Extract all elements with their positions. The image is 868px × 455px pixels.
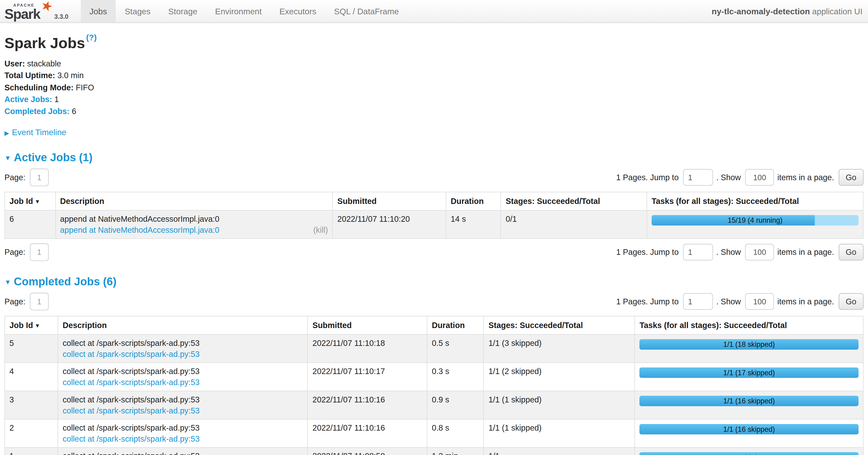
help-link[interactable]: (?) <box>86 33 97 42</box>
summary-uptime: Total Uptime: 3.0 min <box>4 71 864 81</box>
col-description[interactable]: Description <box>58 316 308 334</box>
col-tasks[interactable]: Tasks (for all stages): Succeeded/Total <box>635 316 863 334</box>
items-text: items in a page. <box>777 173 834 182</box>
show-text: . Show <box>716 173 741 182</box>
job-detail-link[interactable]: collect at /spark-scripts/spark-ad.py:53 <box>63 434 303 443</box>
job-tasks: 1/1 (18 skipped) <box>635 334 863 363</box>
job-detail-link[interactable]: collect at /spark-scripts/spark-ad.py:53 <box>63 406 303 415</box>
completed-jobs-table: Job Id▼ Description Submitted Duration S… <box>4 316 864 455</box>
expanded-arrow-icon: ▼ <box>4 278 11 286</box>
col-duration[interactable]: Duration <box>446 192 501 210</box>
tab-sql-dataframe[interactable]: SQL / DataFrame <box>325 0 408 22</box>
summary-active-jobs: Active Jobs: 1 <box>4 95 864 105</box>
active-pagination-bottom: Page: 1 Pages. Jump to . Show items in a… <box>4 243 864 261</box>
job-description: collect at /spark-scripts/spark-ad.py:53… <box>58 419 308 447</box>
page-number-input[interactable] <box>30 243 49 261</box>
job-stages: 1/1 <box>484 448 635 455</box>
jump-to-input[interactable] <box>683 169 713 186</box>
kill-link[interactable]: (kill) <box>313 226 328 234</box>
page-number-input[interactable] <box>30 169 49 186</box>
job-detail-link[interactable]: (kill)append at NativeMethodAccessorImpl… <box>60 226 328 234</box>
table-header-row: Job Id▼ Description Submitted Duration S… <box>5 316 863 334</box>
spark-ui-page: APACHE Spark ★ 3.3.0 Jobs Stages Storage… <box>0 0 868 455</box>
job-submitted: 2022/11/07 11:10:17 <box>308 363 427 391</box>
job-description: collect at /spark-scripts/spark-ad.py:53… <box>58 391 308 419</box>
items-per-page-input[interactable] <box>745 293 774 310</box>
job-submitted: 2022/11/07 11:10:18 <box>308 334 427 363</box>
col-submitted[interactable]: Submitted <box>308 316 427 334</box>
active-jobs-section-header[interactable]: ▼Active Jobs (1) <box>4 151 864 164</box>
tab-environment[interactable]: Environment <box>206 0 271 22</box>
page-label: Page: <box>4 173 26 182</box>
job-duration: 0.5 s <box>427 334 484 363</box>
job-description: append at NativeMethodAccessorImpl.java:… <box>55 210 333 238</box>
job-stages: 1/1 (3 skipped) <box>484 334 635 363</box>
job-submitted: 2022/11/07 11:08:58 <box>308 448 427 455</box>
col-stages[interactable]: Stages: Succeeded/Total <box>501 192 647 210</box>
collapsed-arrow-icon: ▶ <box>4 130 9 136</box>
col-job-id[interactable]: Job Id▼ <box>5 192 55 210</box>
job-tasks: 1/1 (17 skipped) <box>635 363 863 391</box>
go-button[interactable]: Go <box>838 169 864 186</box>
items-per-page-input[interactable] <box>745 169 774 186</box>
col-duration[interactable]: Duration <box>427 316 484 334</box>
main-content: Spark Jobs(?) User: stackable Total Upti… <box>4 33 864 455</box>
job-submitted: 2022/11/07 11:10:16 <box>308 391 427 419</box>
page-title: Spark Jobs(?) <box>4 33 864 52</box>
summary-user: User: stackable <box>4 59 864 69</box>
job-id: 6 <box>5 210 55 238</box>
tasks-progress-bar: 1/1 (17 skipped) <box>640 367 859 378</box>
items-per-page-input[interactable] <box>745 244 774 260</box>
tab-executors[interactable]: Executors <box>271 0 325 22</box>
completed-jobs-section-header[interactable]: ▼Completed Jobs (6) <box>4 276 864 288</box>
job-description: collect at /spark-scripts/spark-ad.py:53… <box>58 334 308 363</box>
completed-job-row-1: 1 collect at /spark-scripts/spark-ad.py:… <box>5 448 863 455</box>
completed-jobs-link[interactable]: Completed Jobs: <box>4 107 70 116</box>
job-submitted: 2022/11/07 11:10:16 <box>308 419 427 447</box>
tab-jobs[interactable]: Jobs <box>81 0 116 22</box>
completed-pagination-top: Page: 1 Pages. Jump to . Show items in a… <box>4 293 864 310</box>
jump-to-input[interactable] <box>683 244 713 260</box>
job-duration: 0.3 s <box>427 363 484 391</box>
summary-completed-jobs: Completed Jobs: 6 <box>4 107 864 116</box>
col-description[interactable]: Description <box>55 192 333 210</box>
page-number-input[interactable] <box>30 293 49 310</box>
spark-logo: APACHE Spark ★ 3.3.0 <box>4 0 68 22</box>
col-submitted[interactable]: Submitted <box>333 192 446 210</box>
tasks-progress-bar: 15/19 (4 running) <box>652 215 859 226</box>
job-submitted: 2022/11/07 11:10:20 <box>333 210 446 238</box>
spark-version: 3.3.0 <box>54 13 68 21</box>
tasks-progress-bar: 1/1 (16 skipped) <box>640 396 859 406</box>
job-stages: 1/1 (1 skipped) <box>484 419 635 447</box>
nav-tabs: Jobs Stages Storage Environment Executor… <box>81 0 408 22</box>
job-stages: 0/1 <box>501 210 647 238</box>
col-stages[interactable]: Stages: Succeeded/Total <box>484 316 635 334</box>
job-stages: 1/1 (2 skipped) <box>484 363 635 391</box>
tasks-progress-bar: 1/1 (18 skipped) <box>640 339 859 350</box>
job-id: 4 <box>5 363 58 391</box>
jump-to-input[interactable] <box>683 293 713 310</box>
event-timeline-toggle[interactable]: ▶Event Timeline <box>4 127 864 137</box>
job-id: 3 <box>5 391 58 419</box>
tasks-progress-bar: 16/16 <box>640 452 859 455</box>
active-jobs-link[interactable]: Active Jobs: <box>4 95 52 104</box>
completed-job-row-4: 4 collect at /spark-scripts/spark-ad.py:… <box>5 363 863 391</box>
job-detail-link[interactable]: collect at /spark-scripts/spark-ad.py:53 <box>63 350 303 359</box>
col-tasks[interactable]: Tasks (for all stages): Succeeded/Total <box>647 192 863 210</box>
col-job-id[interactable]: Job Id▼ <box>5 316 58 334</box>
job-summary: User: stackable Total Uptime: 3.0 min Sc… <box>4 59 864 116</box>
expanded-arrow-icon: ▼ <box>4 154 11 162</box>
summary-scheduling-mode: Scheduling Mode: FIFO <box>4 83 864 93</box>
application-name: ny-tlc-anomaly-detection <box>712 6 810 16</box>
job-duration: 0.8 s <box>427 419 484 447</box>
job-description: collect at /spark-scripts/spark-ad.py:53… <box>58 448 308 455</box>
job-tasks: 1/1 (16 skipped) <box>635 391 863 419</box>
go-button[interactable]: Go <box>838 244 864 260</box>
completed-job-row-3: 3 collect at /spark-scripts/spark-ad.py:… <box>5 391 863 419</box>
tasks-progress-bar: 1/1 (16 skipped) <box>640 424 859 434</box>
tab-stages[interactable]: Stages <box>116 0 159 22</box>
active-pagination-top: Page: 1 Pages. Jump to . Show items in a… <box>4 169 864 186</box>
go-button[interactable]: Go <box>838 293 864 310</box>
tab-storage[interactable]: Storage <box>159 0 206 22</box>
job-detail-link[interactable]: collect at /spark-scripts/spark-ad.py:53 <box>63 378 303 387</box>
